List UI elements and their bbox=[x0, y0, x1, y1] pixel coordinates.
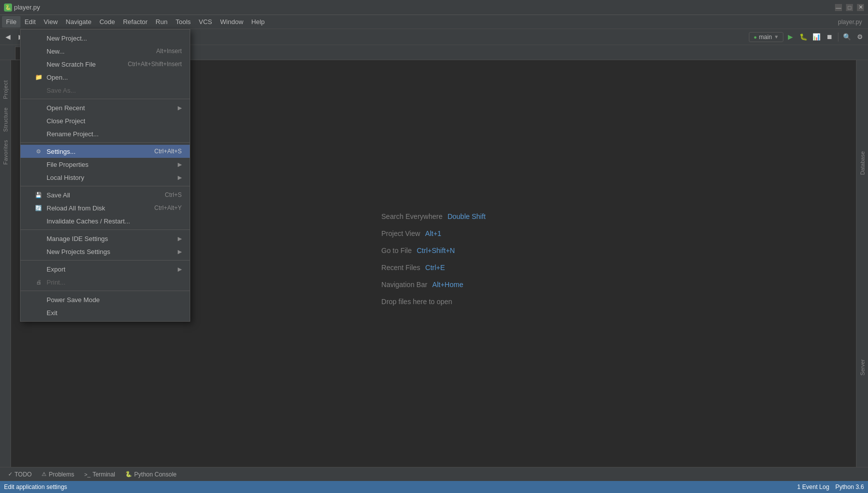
menu-vcs[interactable]: VCS bbox=[195, 16, 216, 28]
status-left: Edit application settings bbox=[4, 483, 67, 490]
nav-label: Navigation Bar bbox=[381, 281, 427, 289]
debug-button[interactable]: 🐛 bbox=[797, 31, 809, 43]
new-project-icon bbox=[35, 34, 43, 42]
terminal-label: Terminal bbox=[93, 471, 115, 478]
bottom-tab-terminal[interactable]: >_ Terminal bbox=[80, 469, 119, 479]
menu-run[interactable]: Run bbox=[152, 16, 172, 28]
recent-shortcut: Ctrl+E bbox=[425, 264, 445, 272]
save-as-label: Save As... bbox=[47, 87, 76, 94]
separator-2 bbox=[21, 142, 190, 143]
menu-help[interactable]: Help bbox=[247, 16, 269, 28]
new-projects-settings-icon bbox=[35, 248, 43, 256]
run-config-selector[interactable]: ● main ▼ bbox=[749, 32, 783, 42]
maximize-button[interactable]: □ bbox=[846, 4, 853, 11]
menu-item-new-project[interactable]: New Project... bbox=[21, 32, 190, 45]
search-shortcut: Double Shift bbox=[448, 212, 486, 220]
settings-button[interactable]: ⚙ bbox=[854, 31, 866, 43]
menu-window[interactable]: Window bbox=[216, 16, 247, 28]
panel-tab-structure[interactable]: Structure bbox=[3, 107, 9, 132]
reload-icon: 🔄 bbox=[35, 204, 43, 212]
menu-item-settings[interactable]: ⚙ Settings... Ctrl+Alt+S bbox=[21, 145, 190, 158]
event-log[interactable]: 1 Event Log bbox=[797, 483, 829, 490]
window-controls: — □ ✕ bbox=[835, 4, 864, 11]
local-history-arrow: ▶ bbox=[178, 174, 182, 181]
open-icon: 📁 bbox=[35, 73, 43, 81]
run-coverage-button[interactable]: 📊 bbox=[810, 31, 822, 43]
export-label: Export bbox=[47, 266, 66, 273]
sidebar-server[interactable]: Server bbox=[859, 355, 865, 379]
bottom-tab-problems[interactable]: ⚠ Problems bbox=[38, 469, 78, 479]
close-button[interactable]: ✕ bbox=[857, 4, 864, 11]
menu-item-exit[interactable]: Exit bbox=[21, 306, 190, 319]
manage-ide-icon bbox=[35, 234, 43, 242]
menu-bar: File Edit View Navigate Code Refactor Ru… bbox=[0, 15, 868, 29]
panel-tab-project[interactable]: Project bbox=[3, 80, 9, 99]
menu-edit[interactable]: Edit bbox=[21, 16, 40, 28]
file-properties-arrow: ▶ bbox=[178, 161, 182, 168]
menu-view[interactable]: View bbox=[40, 16, 62, 28]
open-recent-arrow: ▶ bbox=[178, 105, 182, 111]
project-view-label: Project View bbox=[381, 229, 420, 237]
search-label: Search Everywhere bbox=[381, 212, 443, 220]
print-label: Print... bbox=[47, 279, 66, 286]
file-indicator: player.py bbox=[838, 19, 862, 26]
title-bar: 🐍 player.py — □ ✕ bbox=[0, 0, 868, 15]
todo-icon: ✓ bbox=[8, 471, 13, 477]
menu-item-open[interactable]: 📁 Open... bbox=[21, 71, 190, 84]
manage-ide-arrow: ▶ bbox=[178, 235, 182, 242]
bottom-tab-todo[interactable]: ✓ TODO bbox=[4, 469, 36, 479]
file-dropdown: New Project... New... Alt+Insert New Scr… bbox=[20, 29, 190, 322]
menu-item-new[interactable]: New... Alt+Insert bbox=[21, 45, 190, 58]
power-save-label: Power Save Mode bbox=[47, 296, 100, 304]
separator-3 bbox=[21, 186, 190, 186]
menu-item-reload[interactable]: 🔄 Reload All from Disk Ctrl+Alt+Y bbox=[21, 201, 190, 214]
minimize-button[interactable]: — bbox=[835, 4, 842, 11]
python-version[interactable]: Python 3.6 bbox=[835, 483, 864, 490]
status-bar: Edit application settings 1 Event Log Py… bbox=[0, 481, 868, 493]
reload-shortcut: Ctrl+Alt+Y bbox=[154, 204, 182, 211]
menu-item-file-properties[interactable]: File Properties ▶ bbox=[21, 158, 190, 171]
new-projects-settings-label: New Projects Settings bbox=[47, 248, 110, 256]
welcome-row-nav: Navigation Bar Alt+Home bbox=[381, 281, 486, 289]
menu-item-save-all[interactable]: 💾 Save All Ctrl+S bbox=[21, 188, 190, 201]
menu-item-invalidate[interactable]: Invalidate Caches / Restart... bbox=[21, 214, 190, 227]
settings-shortcut: Ctrl+Alt+S bbox=[154, 148, 182, 155]
new-icon bbox=[35, 47, 43, 55]
title-bar-left: 🐍 player.py bbox=[4, 4, 40, 12]
exit-icon bbox=[35, 309, 43, 317]
search-everywhere-button[interactable]: 🔍 bbox=[841, 31, 853, 43]
problems-label: Problems bbox=[49, 471, 74, 478]
close-project-icon bbox=[35, 117, 43, 125]
menu-item-close-project[interactable]: Close Project bbox=[21, 114, 190, 127]
save-all-shortcut: Ctrl+S bbox=[165, 191, 182, 198]
project-view-shortcut: Alt+1 bbox=[425, 229, 441, 237]
export-icon bbox=[35, 265, 43, 273]
invalidate-label: Invalidate Caches / Restart... bbox=[47, 217, 130, 225]
menu-file[interactable]: File bbox=[2, 16, 21, 28]
goto-label: Go to File bbox=[381, 246, 412, 255]
sidebar-database[interactable]: Database bbox=[859, 147, 865, 179]
bottom-tab-python-console[interactable]: 🐍 Python Console bbox=[121, 469, 181, 479]
run-button[interactable]: ▶ bbox=[784, 31, 796, 43]
print-icon: 🖨 bbox=[35, 278, 43, 286]
menu-navigate[interactable]: Navigate bbox=[62, 16, 95, 28]
exit-label: Exit bbox=[47, 309, 58, 317]
menu-item-open-recent[interactable]: Open Recent ▶ bbox=[21, 101, 190, 114]
menu-item-new-scratch[interactable]: New Scratch File Ctrl+Alt+Shift+Insert bbox=[21, 58, 190, 71]
menu-item-power-save[interactable]: Power Save Mode bbox=[21, 293, 190, 306]
menu-item-local-history[interactable]: Local History ▶ bbox=[21, 171, 190, 184]
menu-tools[interactable]: Tools bbox=[172, 16, 195, 28]
panel-tab-favorites[interactable]: Favorites bbox=[3, 140, 9, 165]
menu-code[interactable]: Code bbox=[96, 16, 119, 28]
terminal-icon: >_ bbox=[84, 471, 91, 477]
bottom-bar: ✓ TODO ⚠ Problems >_ Terminal 🐍 Python C… bbox=[0, 467, 868, 481]
menu-item-export[interactable]: Export ▶ bbox=[21, 263, 190, 276]
menu-item-new-projects-settings[interactable]: New Projects Settings ▶ bbox=[21, 245, 190, 258]
stop-button[interactable]: ⏹ bbox=[823, 31, 835, 43]
menu-refactor[interactable]: Refactor bbox=[119, 16, 152, 28]
welcome-row-search: Search Everywhere Double Shift bbox=[381, 212, 486, 220]
file-properties-label: File Properties bbox=[47, 161, 89, 168]
menu-item-manage-ide[interactable]: Manage IDE Settings ▶ bbox=[21, 232, 190, 245]
toolbar-back-button[interactable]: ◀ bbox=[2, 31, 14, 43]
menu-item-rename-project[interactable]: Rename Project... bbox=[21, 127, 190, 140]
